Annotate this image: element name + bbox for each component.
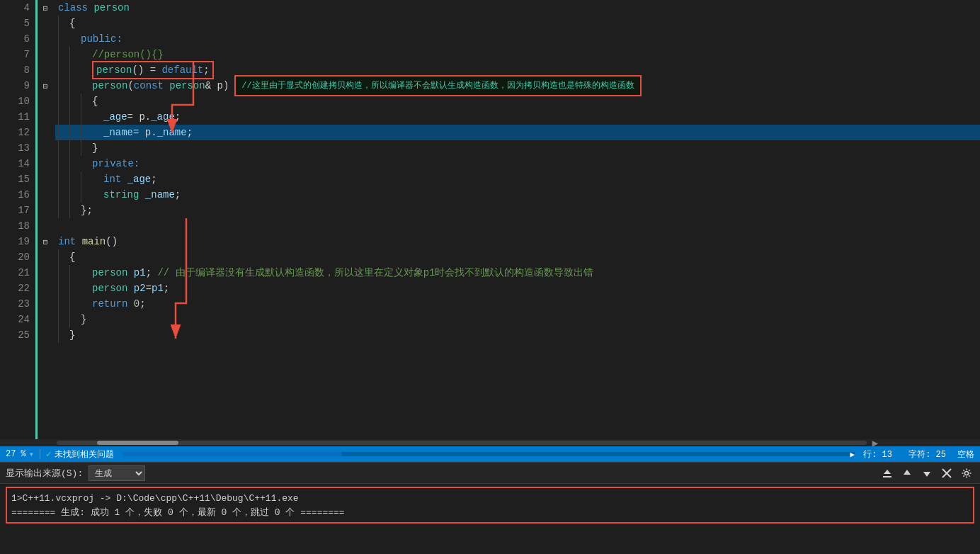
line-num-18: 18: [6, 218, 30, 234]
code-line-24: }: [55, 312, 980, 327]
gutter-24: [35, 312, 55, 327]
line-numbers: 4 5 6 7 8 9 10 11 12 13 14 15 16 17 18 1…: [0, 0, 35, 439]
clear-output-icon[interactable]: [939, 465, 955, 481]
gutter-18: [35, 218, 55, 234]
svg-point-8: [965, 471, 969, 475]
fold-icon-19[interactable]: ⊟: [35, 234, 55, 249]
gutter-15: [35, 171, 55, 187]
gutter-20: [35, 249, 55, 265]
scroll-to-end-icon[interactable]: [879, 465, 895, 481]
code-line-23: return 0;: [55, 296, 980, 312]
gutter-11: [35, 109, 55, 125]
svg-marker-5: [923, 472, 930, 477]
line-num-23: 23: [6, 296, 30, 312]
scrollbar-track[interactable]: [57, 441, 867, 445]
svg-rect-2: [883, 476, 891, 477]
line-num-7: 7: [6, 47, 30, 62]
output-line-2: ======== 生成: 成功 1 个，失败 0 个，最新 0 个，跳过 0 个…: [11, 505, 969, 519]
line-num-12: 12: [6, 125, 30, 140]
pos-sep: [898, 449, 903, 459]
gutter-22: [35, 281, 55, 296]
gutter-10: [35, 94, 55, 109]
no-issues-text: 未找到相关问题: [55, 448, 114, 460]
output-source-select[interactable]: 生成: [89, 465, 145, 481]
line-num-22: 22: [6, 281, 30, 296]
line-num-20: 20: [6, 249, 30, 265]
green-sidebar-bar: [35, 0, 38, 439]
status-bar: 27 % ▾ ✓ 未找到相关问题 ▶ 行: 13 字符: 25 空格: [0, 446, 980, 462]
gutter-16: [35, 187, 55, 203]
code-line-9: person(const person& p) //这里由于显式的创建拷贝构造，…: [55, 78, 980, 94]
output-line-1: 1>C++11.vcxproj -> D:\Code\cpp\C++11\Deb…: [11, 491, 969, 505]
code-line-7: //person(){}: [55, 47, 980, 62]
char-position: 字符: 25: [908, 448, 946, 460]
line-position: 行: 13: [863, 448, 892, 460]
line-num-25: 25: [6, 327, 30, 343]
code-line-4: class person: [55, 0, 980, 16]
fold-icon-9[interactable]: ⊟: [35, 78, 55, 94]
code-line-5: {: [55, 16, 980, 31]
line-num-21: 21: [6, 265, 30, 281]
gutter-25: [35, 327, 55, 343]
line-num-24: 24: [6, 312, 30, 327]
code-line-10: {: [55, 94, 980, 109]
fold-icon-4[interactable]: ⊟: [35, 0, 55, 16]
output-red-box: 1>C++11.vcxproj -> D:\Code\cpp\C++11\Deb…: [6, 487, 974, 524]
no-issues-icon: ✓: [46, 448, 52, 460]
gutter-21: [35, 265, 55, 281]
scrollbar-thumb[interactable]: [97, 441, 178, 445]
gutter-5: [35, 16, 55, 31]
code-line-25: }: [55, 327, 980, 343]
gutter-12: [35, 125, 55, 140]
scroll-right-indicator[interactable]: ▶: [850, 450, 855, 459]
gutter-6: [35, 31, 55, 47]
code-line-18: [55, 218, 980, 234]
line-num-10: 10: [6, 94, 30, 109]
output-toolbar: 显示输出来源(S): 生成: [0, 463, 980, 484]
line-num-19: 19: [6, 234, 30, 249]
red-box-line8: person() = default;: [92, 61, 214, 79]
gutter-13: [35, 140, 55, 156]
output-content: 1>C++11.vcxproj -> D:\Code\cpp\C++11\Deb…: [0, 484, 980, 554]
gutter-7: [35, 47, 55, 62]
settings-icon[interactable]: [959, 465, 974, 481]
code-line-12: _name = p._name;: [55, 125, 980, 140]
code-line-21: person p1; // 由于编译器没有生成默认构造函数，所以这里在定义对象p…: [55, 265, 980, 281]
line-num-6: 6: [6, 31, 30, 47]
line-num-14: 14: [6, 156, 30, 171]
code-line-15: int _age;: [55, 171, 980, 187]
line-num-17: 17: [6, 203, 30, 218]
output-panel: 显示输出来源(S): 生成: [0, 462, 980, 554]
code-line-19: int main(): [55, 234, 980, 249]
scroll-up-icon[interactable]: [899, 465, 915, 481]
code-content[interactable]: class person { public: //person(){}: [55, 0, 980, 439]
gutter-23: [35, 296, 55, 312]
code-line-17: };: [55, 203, 980, 218]
svg-marker-4: [904, 470, 911, 475]
svg-marker-3: [884, 470, 891, 474]
encoding-label: 空格: [957, 448, 974, 460]
code-line-16: string _name;: [55, 187, 980, 203]
minimap-thumb[interactable]: [122, 452, 342, 456]
line-num-5: 5: [6, 16, 30, 31]
line-num-9: 9: [6, 78, 30, 94]
line-num-8: 8: [6, 62, 30, 78]
zoom-level[interactable]: 27 %: [6, 449, 26, 459]
code-container: 4 5 6 7 8 9 10 11 12 13 14 15 16 17 18 1…: [0, 0, 980, 439]
scroll-down-icon[interactable]: [919, 465, 935, 481]
editor-area: 4 5 6 7 8 9 10 11 12 13 14 15 16 17 18 1…: [0, 0, 980, 462]
code-line-6: public:: [55, 31, 980, 47]
code-line-22: person p2 = p1;: [55, 281, 980, 296]
line-num-15: 15: [6, 171, 30, 187]
code-line-11: _age = p._age;: [55, 109, 980, 125]
horizontal-scrollbar[interactable]: ▶: [0, 439, 980, 446]
gutter-14: [35, 156, 55, 171]
minimap-scrollbar[interactable]: ▶: [122, 452, 855, 456]
line-num-4: 4: [6, 0, 30, 16]
output-toolbar-icons: [879, 465, 974, 481]
code-line-14: private:: [55, 156, 980, 171]
left-gutter: ⊟ ⊟ ⊟: [35, 0, 55, 439]
code-line-20: {: [55, 249, 980, 265]
status-divider1: [40, 449, 40, 459]
line-num-16: 16: [6, 187, 30, 203]
